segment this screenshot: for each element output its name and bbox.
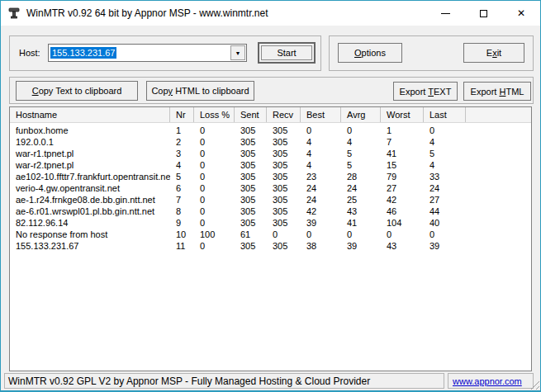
start-button[interactable]: Start	[258, 42, 316, 64]
table-row[interactable]: funbox.home 1 0 305 305 0 0 1 0	[10, 125, 531, 136]
cell-hostname: ae-6.r01.wrswpl01.pl.bb.gin.ntt.net	[10, 205, 170, 217]
cell-filler	[466, 182, 531, 194]
table-row[interactable]: ae102-10.ffttr7.frankfurt.opentransit.ne…	[10, 171, 531, 182]
cell-sent: 305	[235, 182, 267, 194]
cell-hostname: ae102-10.ffttr7.frankfurt.opentransit.ne…	[10, 171, 170, 182]
cell-best: 4	[301, 136, 341, 148]
column-header-last[interactable]: Last	[424, 107, 466, 122]
cell-worst: 1	[381, 125, 424, 136]
winmtr-window: WinMTR v0.92 64 bit by Appnor MSP - www.…	[0, 0, 541, 392]
cell-loss: 0	[194, 148, 235, 159]
table-row[interactable]: war-r1.tpnet.pl 3 0 305 305 4 5 41 5	[10, 148, 531, 159]
cell-nr: 4	[170, 159, 194, 171]
cell-hostname: funbox.home	[10, 125, 170, 136]
cell-best: 38	[301, 240, 341, 252]
cell-best: 42	[301, 205, 341, 217]
cell-avrg: 39	[341, 240, 381, 252]
status-text-panel: WinMTR v0.92 GPL V2 by Appnor MSP - Full…	[4, 373, 444, 389]
cell-worst: 42	[381, 194, 424, 205]
minimize-button[interactable]	[426, 1, 464, 26]
options-button[interactable]: Options	[338, 43, 402, 63]
exit-button[interactable]: Exit	[463, 43, 524, 63]
column-header-recv[interactable]: Recv	[267, 107, 301, 122]
cell-avrg: 5	[341, 159, 381, 171]
cell-recv: 305	[267, 182, 301, 194]
cell-nr: 2	[170, 136, 194, 148]
cell-worst: 41	[381, 148, 424, 159]
copy-text-button[interactable]: Copy Text to clipboard	[16, 81, 138, 101]
close-button[interactable]: ✕	[502, 1, 540, 26]
column-header-sent[interactable]: Sent	[235, 107, 267, 122]
cell-nr: 5	[170, 171, 194, 182]
cell-filler	[466, 240, 531, 252]
table-row[interactable]: ae-1.r24.frnkge08.de.bb.gin.ntt.net 7 0 …	[10, 194, 531, 205]
cell-best: 4	[301, 148, 341, 159]
column-header-avrg[interactable]: Avrg	[341, 107, 381, 122]
appnor-link[interactable]: www.appnor.com	[453, 376, 522, 386]
cell-worst: 0	[381, 229, 424, 240]
maximize-icon	[480, 10, 487, 17]
cell-loss: 0	[194, 194, 235, 205]
cell-filler	[466, 125, 531, 136]
cell-sent: 305	[235, 205, 267, 217]
table-row[interactable]: war-r2.tpnet.pl 4 0 305 305 4 5 15 4	[10, 159, 531, 171]
cell-sent: 305	[235, 171, 267, 182]
host-dropdown-button[interactable]: ▼	[230, 45, 245, 60]
cell-last: 27	[424, 194, 466, 205]
table-row[interactable]: No response from host 10 100 61 0 0 0 0 …	[10, 229, 531, 240]
cell-last: 0	[424, 229, 466, 240]
cell-filler	[466, 171, 531, 182]
cell-hostname: 155.133.231.67	[10, 240, 170, 252]
cell-avrg: 41	[341, 217, 381, 229]
cell-loss: 0	[194, 136, 235, 148]
cell-nr: 7	[170, 194, 194, 205]
cell-nr: 3	[170, 148, 194, 159]
column-header-filler	[466, 107, 531, 122]
cell-sent: 305	[235, 194, 267, 205]
export-text-button[interactable]: Export TEXT	[393, 82, 458, 101]
cell-nr: 6	[170, 182, 194, 194]
winmtr-app-icon	[7, 7, 21, 20]
table-header: Hostname Nr Loss % Sent Recv Best Avrg W…	[10, 107, 531, 123]
column-header-best[interactable]: Best	[301, 107, 341, 122]
table-row[interactable]: verio-4.gw.opentransit.net 6 0 305 305 2…	[10, 182, 531, 194]
cell-last: 33	[424, 171, 466, 182]
cell-recv: 305	[267, 148, 301, 159]
column-header-hostname[interactable]: Hostname	[10, 107, 170, 122]
cell-recv: 305	[267, 125, 301, 136]
cell-worst: 79	[381, 171, 424, 182]
cell-worst: 104	[381, 217, 424, 229]
cell-nr: 8	[170, 205, 194, 217]
cell-filler	[466, 159, 531, 171]
maximize-button[interactable]	[464, 1, 502, 26]
cell-hostname: 82.112.96.14	[10, 217, 170, 229]
cell-sent: 305	[235, 125, 267, 136]
cell-avrg: 25	[341, 194, 381, 205]
column-header-worst[interactable]: Worst	[381, 107, 424, 122]
cell-recv: 305	[267, 194, 301, 205]
title-bar[interactable]: WinMTR v0.92 64 bit by Appnor MSP - www.…	[1, 1, 540, 26]
export-html-button[interactable]: Export HTML	[463, 82, 531, 101]
cell-hostname: No response from host	[10, 229, 170, 240]
cell-loss: 0	[194, 125, 235, 136]
column-header-nr[interactable]: Nr	[170, 107, 194, 122]
trace-results-listview[interactable]: Hostname Nr Loss % Sent Recv Best Avrg W…	[9, 106, 532, 371]
table-row[interactable]: 82.112.96.14 9 0 305 305 39 41 104 40	[10, 217, 531, 229]
table-row[interactable]: 192.0.0.1 2 0 305 305 4 4 7 4	[10, 136, 531, 148]
cell-filler	[466, 205, 531, 217]
host-input-value[interactable]: 155.133.231.67	[50, 47, 116, 59]
table-row[interactable]: ae-6.r01.wrswpl01.pl.bb.gin.ntt.net 8 0 …	[10, 205, 531, 217]
copy-html-button[interactable]: Copy HTML to clipboard	[146, 81, 254, 101]
column-header-loss[interactable]: Loss %	[194, 107, 235, 122]
table-row[interactable]: 155.133.231.67 11 0 305 305 38 39 43 39	[10, 240, 531, 252]
cell-filler	[466, 217, 531, 229]
cell-nr: 10	[170, 229, 194, 240]
cell-last: 44	[424, 205, 466, 217]
cell-filler	[466, 148, 531, 159]
cell-hostname: war-r2.tpnet.pl	[10, 159, 170, 171]
cell-best: 4	[301, 159, 341, 171]
cell-sent: 305	[235, 159, 267, 171]
host-combobox[interactable]: 155.133.231.67 ▼	[48, 44, 247, 62]
cell-loss: 0	[194, 240, 235, 252]
status-text: WinMTR v0.92 GPL V2 by Appnor MSP - Full…	[8, 375, 370, 387]
